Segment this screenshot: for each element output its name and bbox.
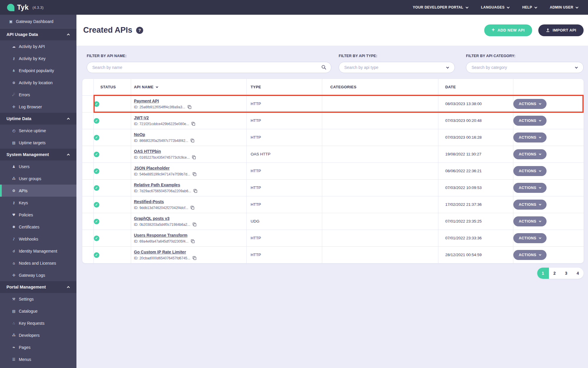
api-name-link[interactable]: Relative Path Examples [134, 183, 180, 187]
actions-button[interactable]: ACTIONS [513, 99, 547, 109]
upload-icon [546, 28, 550, 32]
sidebar-item-endpoint-popularity[interactable]: ⋔ Endpoint popularity [0, 64, 76, 77]
sidebar-item-keys[interactable]: ⚷ Keys [0, 197, 76, 209]
api-name-link[interactable]: JSON Placeholder [134, 166, 170, 170]
topbar-menu-your-developer-portal[interactable]: YOUR DEVELOPER PORTAL [413, 5, 468, 9]
chevron-down-icon [539, 119, 541, 121]
api-name-link[interactable]: OAS HTTPbin [134, 149, 161, 154]
api-name-link[interactable]: Restified-Posts [134, 199, 164, 204]
status-active-icon: ✓ [94, 219, 99, 224]
api-id-text: ID: 7d29ac67565045706a2209ab6... [134, 189, 191, 193]
sidebar-item-errors[interactable]: ☄ Errors [0, 89, 76, 101]
sidebar-section-api-usage-data[interactable]: API Usage Data [0, 29, 76, 40]
sort-by-api-name[interactable]: API NAME [134, 85, 158, 89]
api-name-link[interactable]: Go Custom IP Rate Limiter [134, 250, 186, 254]
api-type-cell: HTTP [246, 163, 322, 179]
copy-icon[interactable] [193, 189, 198, 193]
api-type-dropdown-placeholder: Search by api type [344, 65, 378, 70]
sidebar-item-developers[interactable]: ⁂ Developers [0, 329, 76, 341]
sidebar-section-uptime-data[interactable]: Uptime Data [0, 113, 76, 125]
sidebar-section-portal-management[interactable]: Portal Management [0, 281, 76, 293]
sidebar-item-activity-by-api[interactable]: ☁ Activity by API [0, 40, 76, 52]
sidebar-item-activity-by-location[interactable]: ⊕ Activity by location [0, 77, 76, 89]
copy-icon[interactable] [187, 105, 192, 109]
sidebar-item-webhooks[interactable]: ♪ Webhooks [0, 233, 76, 245]
api-name-link[interactable]: Users Response Transform [134, 233, 188, 238]
api-name-link[interactable]: Payment API [134, 99, 159, 103]
api-type-dropdown[interactable]: Search by api type [339, 62, 455, 73]
sidebar-item-certificates[interactable]: ✱ Certificates [0, 221, 76, 233]
api-categories-cell [322, 129, 438, 146]
topbar-menu-admin-user[interactable]: ADMIN USER [550, 5, 578, 9]
chevron-down-icon [539, 203, 541, 205]
sidebar-item-service-uptime[interactable]: ◴ Service uptime [0, 125, 76, 137]
sidebar-item-settings[interactable]: ⚒ Settings [0, 293, 76, 305]
page-button-2[interactable]: 2 [549, 268, 561, 279]
sidebar-item-uptime-targets[interactable]: ▤ Uptime targets [0, 137, 76, 149]
page-button-1[interactable]: 1 [537, 268, 549, 279]
topbar-menu-languages[interactable]: LANGUAGES [481, 5, 509, 9]
copy-icon[interactable] [192, 172, 197, 176]
api-type-cell: HTTP [246, 95, 322, 112]
sidebar-item-users[interactable]: ♟ Users [0, 160, 76, 173]
page-button-4[interactable]: 4 [572, 268, 584, 279]
help-icon[interactable]: ? [136, 27, 143, 34]
actions-button[interactable]: ACTIONS [513, 149, 547, 159]
sidebar-item-key-requests[interactable]: ∴ Key Requests [0, 317, 76, 329]
copy-icon[interactable] [190, 205, 195, 210]
sidebar-item-user-groups[interactable]: ⁂ User groups [0, 173, 76, 185]
sidebar-item-policies[interactable]: ♥ Policies [0, 209, 76, 221]
leaf-icon: ❧ [11, 345, 16, 349]
sidebar-item-gateway-logs[interactable]: ✣ Gateway Logs [0, 269, 76, 281]
add-new-api-button[interactable]: + ADD NEW API [484, 24, 532, 36]
actions-button[interactable]: ACTIONS [513, 166, 547, 176]
gateway-logs-bug-icon: ✣ [11, 273, 16, 277]
sidebar-item-activity-by-key[interactable]: ⚷ Activity by Key [0, 52, 76, 64]
page-button-3[interactable]: 3 [560, 268, 572, 279]
api-id-text: ID: 8668f22f0a25497c772b48f42... [134, 139, 188, 143]
sidebar-section-system-management[interactable]: System Management [0, 149, 76, 160]
api-category-dropdown-placeholder: Search by category [472, 65, 507, 70]
copy-icon[interactable] [190, 138, 195, 143]
sidebar-item-label: Log Browser [19, 105, 42, 109]
api-name-search-input[interactable] [87, 62, 331, 73]
api-id-text: ID: 20cbad000d654076457fd6745... [134, 256, 191, 260]
actions-button[interactable]: ACTIONS [513, 250, 547, 260]
actions-button[interactable]: ACTIONS [513, 183, 547, 193]
copy-icon[interactable] [191, 239, 195, 243]
sidebar-item-catalogue[interactable]: ▤ Catalogue [0, 305, 76, 317]
chevron-down-icon [539, 220, 541, 222]
sidebar-item-identity-management[interactable]: ☌ Identity Management [0, 245, 76, 257]
api-category-dropdown[interactable]: Search by category [466, 62, 584, 73]
sidebar-item-apis[interactable]: ⚙ APIs [0, 185, 76, 197]
topbar-menu-help[interactable]: HELP [522, 5, 537, 9]
actions-button[interactable]: ACTIONS [513, 116, 547, 126]
copy-icon[interactable] [191, 122, 196, 126]
copy-icon[interactable] [192, 256, 197, 260]
identity-icon: ☌ [11, 249, 16, 253]
chevron-down-icon [446, 66, 449, 69]
import-api-button[interactable]: IMPORT API [538, 24, 584, 36]
sidebar-item-log-browser[interactable]: ✢ Log Browser [0, 101, 76, 113]
copy-icon[interactable] [192, 155, 196, 160]
api-name-link[interactable]: GraphQL posts v3 [134, 216, 170, 221]
sidebar-item-menus[interactable]: ☰ Menus [0, 353, 76, 365]
sidebar-item-pages[interactable]: ❧ Pages [0, 341, 76, 353]
actions-button[interactable]: ACTIONS [513, 132, 547, 142]
actions-button[interactable]: ACTIONS [513, 200, 547, 210]
api-name-link[interactable]: NoOp [134, 132, 145, 137]
tyk-logo[interactable]: Tyk (4.3.3) [7, 4, 44, 11]
api-date-cell: 07/01/2022 23:35:25 [438, 213, 513, 230]
sidebar-item-nodes-and-licenses[interactable]: ⌂ Nodes and Licenses [0, 257, 76, 269]
topbar-menus: YOUR DEVELOPER PORTAL LANGUAGES HELP ADM… [413, 5, 578, 9]
api-name-link[interactable]: JWT-V2 [134, 115, 149, 120]
actions-button[interactable]: ACTIONS [513, 216, 547, 226]
sidebar-item-gateway-dashboard[interactable]: ▣ Gateway Dashboard [0, 15, 76, 29]
filters-bar: FILTER BY API NAME: FILTER BY API TYPE: … [87, 54, 584, 73]
filter-category-label: FILTER BY API CATEGORY: [466, 54, 584, 58]
sidebar: ▣ Gateway Dashboard API Usage Data ☁ Act… [0, 15, 76, 368]
chevron-down-icon [575, 66, 578, 69]
sidebar-item-label: Identity Management [19, 249, 57, 253]
copy-icon[interactable] [192, 222, 197, 227]
actions-button[interactable]: ACTIONS [513, 233, 547, 243]
